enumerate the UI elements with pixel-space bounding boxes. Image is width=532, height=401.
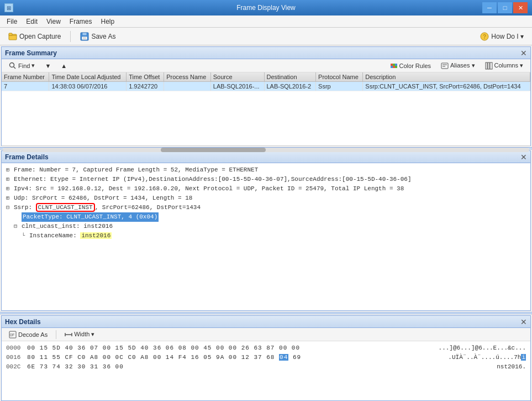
svg-rect-14	[393, 66, 395, 68]
color-rules-icon	[390, 62, 398, 70]
hex-offset-0016: 0016	[6, 353, 26, 362]
frame-table: Frame Number Time Date Local Adjusted Ti…	[2, 72, 530, 91]
expander-ssrp[interactable]: ⊟	[6, 203, 13, 212]
col-description[interactable]: Description	[363, 72, 530, 82]
hex-offset-0000: 0000	[6, 343, 26, 353]
detail-line-clnt-ucast: ⊟ clnt_ucast_inst: inst2016	[6, 222, 526, 231]
svg-rect-5	[83, 37, 86, 39]
color-rules-button[interactable]: Color Rules	[386, 60, 435, 71]
svg-rect-12	[395, 64, 397, 66]
expander-clnt-ucast[interactable]: ⊟	[14, 222, 20, 231]
frame-table-scroll[interactable]: Frame Number Time Date Local Adjusted Ti…	[2, 72, 530, 145]
title-bar: ⊞ Frame Display View ─ □ ✕	[0, 0, 532, 15]
find-button[interactable]: Find ▾	[5, 60, 39, 71]
frame-summary-header: Frame Summary ✕	[2, 47, 530, 59]
menu-file[interactable]: File	[2, 17, 22, 27]
table-row[interactable]: 7 14:38:03 06/07/2016 1.9242720 LAB-SQL2…	[2, 82, 530, 91]
title-bar-title: Frame Display View	[236, 4, 295, 12]
cell-protocol-name: Ssrp	[316, 82, 363, 91]
hex-bytes-0000: 00 15 5D 40 36 07 00 15 5D 40 36 06 08 0…	[27, 343, 433, 353]
cell-description: Ssrp:CLNT_UCAST_INST, SrcPort=62486, Dst…	[363, 82, 530, 91]
hex-content[interactable]: 0000 00 15 5D 40 36 07 00 15 5D 40 36 06…	[2, 341, 530, 400]
expander-udp[interactable]: ⊞	[6, 194, 13, 203]
decode-as-button[interactable]: 0F Decode As	[5, 329, 51, 340]
svg-point-8	[10, 63, 14, 67]
frame-summary-close[interactable]: ✕	[520, 49, 527, 58]
detail-line-packettype: PacketType: CLNT_UCAST_INST, 4 (0x04)	[6, 212, 526, 222]
columns-icon	[485, 62, 493, 70]
find-icon	[9, 62, 17, 70]
maximize-button[interactable]: □	[498, 2, 512, 13]
width-button[interactable]: Width ▾	[61, 329, 98, 340]
columns-button[interactable]: Columns ▾	[481, 60, 527, 71]
summary-toolbar: Find ▾ ▼ ▲ Color Rules	[2, 59, 530, 72]
svg-rect-11	[393, 64, 395, 66]
hex-ascii-0016: .UÏÀ¨..À¨....ú....7hi	[448, 353, 526, 362]
col-destination[interactable]: Destination	[264, 72, 316, 82]
aliases-button[interactable]: Aliases ▾	[437, 60, 479, 71]
find-prev-button[interactable]: ▼	[41, 60, 55, 71]
app-icon: ⊞	[4, 3, 13, 12]
close-button[interactable]: ✕	[513, 2, 528, 13]
cell-frame-number: 7	[2, 82, 49, 91]
hex-details-header: Hex Details ✕	[2, 316, 530, 328]
expander-instancename: └	[22, 231, 28, 241]
svg-text:0F: 0F	[10, 333, 14, 337]
menu-bar: File Edit View Frames Help	[0, 15, 532, 28]
decode-as-icon: 0F	[9, 331, 17, 338]
col-source[interactable]: Source	[210, 72, 264, 82]
detail-line-ethernet: ⊞ Ethernet: Etype = Internet IP (IPv4),D…	[6, 175, 526, 184]
menu-view[interactable]: View	[42, 17, 65, 27]
find-next-button[interactable]: ▲	[57, 60, 71, 71]
minimize-button[interactable]: ─	[482, 2, 497, 13]
cell-process-name	[164, 82, 211, 91]
resize-handle-2[interactable]	[0, 312, 532, 314]
expander-ethernet[interactable]: ⊞	[6, 175, 13, 184]
detail-line-ssrp: ⊟ Ssrp: CLNT_UCAST_INST, SrcPort=62486, …	[6, 203, 526, 212]
col-protocol-name[interactable]: Protocol Name	[316, 72, 363, 82]
details-content[interactable]: ⊞ Frame: Number = 7, Captured Frame Leng…	[2, 163, 530, 310]
packettype-highlight[interactable]: PacketType: CLNT_UCAST_INST, 4 (0x04)	[22, 212, 159, 222]
expander-ipv4[interactable]: ⊞	[6, 184, 13, 194]
ssrp-clnt-ucast-highlight: CLNT_UCAST_INST	[36, 203, 95, 212]
toolbar-separator-1	[70, 31, 71, 42]
detail-line-ipv4: ⊞ Ipv4: Src = 192.168.0.12, Dest = 192.1…	[6, 184, 526, 194]
svg-line-9	[14, 66, 16, 69]
svg-rect-20	[488, 63, 489, 69]
hex-ascii-002c: nst2016.	[409, 362, 526, 372]
aliases-icon	[441, 62, 449, 70]
cell-destination: LAB-SQL2016-2	[264, 82, 316, 91]
open-capture-button[interactable]: Open Capture	[3, 29, 66, 44]
detail-line-udp: ⊞ Udp: SrcPort = 62486, DstPort = 1434, …	[6, 194, 526, 203]
width-icon	[65, 331, 72, 338]
hex-offset-002c: 002C	[6, 362, 26, 372]
col-frame-number[interactable]: Frame Number	[2, 72, 49, 82]
frame-details-panel: Frame Details ✕ ⊞ Frame: Number = 7, Cap…	[1, 150, 531, 311]
main-content: Frame Summary ✕ Find ▾ ▼ ▲	[0, 45, 532, 401]
cell-time-date: 14:38:03 06/07/2016	[49, 82, 127, 91]
svg-text:?: ?	[483, 34, 486, 40]
menu-help[interactable]: Help	[97, 17, 119, 27]
col-process-name[interactable]: Process Name	[164, 72, 211, 82]
menu-edit[interactable]: Edit	[22, 17, 42, 27]
svg-rect-16	[441, 63, 448, 69]
expander-frame[interactable]: ⊞	[6, 165, 13, 175]
col-time-offset[interactable]: Time Offset	[127, 72, 164, 82]
svg-rect-19	[486, 63, 487, 69]
save-as-button[interactable]: Save As	[75, 29, 120, 44]
title-bar-left: ⊞	[4, 3, 13, 12]
instancename-highlight: inst2016	[80, 232, 112, 239]
how-do-i-button[interactable]: ? How Do I ▾	[475, 29, 529, 44]
hex-details-close[interactable]: ✕	[520, 317, 527, 326]
detail-line-instancename: └ InstanceName: inst2016	[6, 231, 526, 241]
frame-details-header: Frame Details ✕	[2, 151, 530, 163]
col-time-date[interactable]: Time Date Local Adjusted	[49, 72, 127, 82]
hex-bytes-0016: 80 11 55 CF C0 A8 00 0C C0 A8 00 14 F4 1…	[27, 353, 443, 362]
detail-line-frame: ⊞ Frame: Number = 7, Captured Frame Leng…	[6, 165, 526, 175]
frame-details-close[interactable]: ✕	[520, 153, 527, 162]
menu-frames[interactable]: Frames	[65, 17, 97, 27]
expander-packettype	[14, 212, 20, 222]
hex-row-002c: 002C 6E 73 74 32 30 31 36 00 nst2016.	[6, 362, 526, 372]
hex-bytes-002c: 6E 73 74 32 30 31 36 00	[27, 362, 404, 372]
hex-ascii-highlight-i: i	[521, 354, 526, 361]
